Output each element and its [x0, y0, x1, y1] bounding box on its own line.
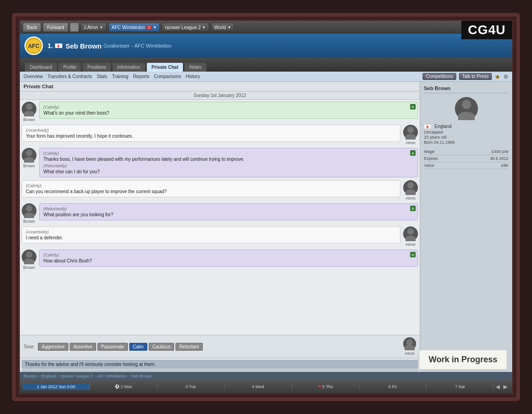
- cal-day-2[interactable]: ⚽ 2 Mon: [90, 384, 157, 390]
- atron-label: Atron: [405, 140, 416, 145]
- cal-day-5[interactable]: ⚑ 5 Thu: [292, 384, 359, 390]
- message-row: Atron (Assertively) Your form has improv…: [22, 125, 418, 145]
- message-row: Brown (Reluctantly) What position are yo…: [22, 203, 418, 224]
- brown-label: Brown: [23, 219, 35, 224]
- breadcrumb-league[interactable]: npower League 2: [60, 374, 93, 378]
- avatar-col-atron: Atron: [403, 226, 418, 247]
- club-badge: AFC: [24, 37, 43, 55]
- back-button[interactable]: Back: [23, 23, 41, 32]
- chat-date: Sunday 1st January 2012: [20, 91, 420, 100]
- message-bubble: (Calmly) What's on your mind then boss? …: [39, 102, 418, 119]
- brown-avatar: [22, 102, 36, 116]
- message-bubble: (Calmly) Thanks boss, I have been please…: [39, 148, 418, 177]
- atron-label: Atron: [405, 242, 416, 247]
- player-position: Goalkeeper: [103, 43, 130, 49]
- manager-dropdown[interactable]: J.Atron ▼: [80, 23, 107, 32]
- atron-response-label: Atron: [403, 351, 416, 356]
- league-dropdown[interactable]: npower League 2 ▼: [162, 23, 209, 32]
- outer-frame: CG4U Back Forward J.Atron ▼ AFC Wimbledo…: [12, 13, 520, 401]
- panel-player-name: Seb Brown: [424, 85, 508, 93]
- right-panel: Seb Brown England Uncapped 22 years old …: [420, 82, 512, 380]
- svg-text:AFC: AFC: [28, 43, 40, 49]
- response-option-1[interactable]: Thanks for the advice and I'll seriously…: [22, 360, 418, 369]
- panel-stats: Wage £400 p/w Expires 30.6.2012 Value £8…: [424, 148, 508, 169]
- cal-next[interactable]: ▶: [502, 384, 509, 390]
- avatar-col-atron: Atron: [403, 180, 418, 201]
- message-bubble: (Calmly) Can you recommend a back-up pla…: [22, 180, 400, 197]
- player-club: - AFC Wimbledon: [132, 43, 171, 49]
- subnav-transfers[interactable]: Transfers & Contracts: [48, 74, 92, 79]
- subnav-stats[interactable]: Stats: [97, 74, 108, 79]
- breadcrumb-europe[interactable]: Europe: [24, 374, 37, 378]
- atron-label: Atron: [405, 196, 416, 201]
- player-number: 1.: [48, 42, 53, 49]
- tone-aggressive[interactable]: Aggressive: [38, 343, 68, 351]
- tone-calm[interactable]: Calm: [129, 343, 147, 351]
- forward-button[interactable]: Forward: [43, 23, 68, 32]
- brown-label: Brown: [23, 164, 35, 168]
- cal-day-6[interactable]: 6 Fri: [359, 384, 427, 390]
- tab-private-chat[interactable]: Private Chat: [146, 62, 183, 72]
- top-bar: Back Forward J.Atron ▼ AFC Wimbledon 1 ▼…: [20, 21, 512, 34]
- message-row: Atron (Assertively) I need a defender.: [22, 226, 418, 247]
- settings-icon[interactable]: ⚙: [503, 73, 508, 80]
- cal-prev[interactable]: ◀: [494, 384, 502, 390]
- message-bubble: (Reluctantly) What position are you look…: [39, 203, 418, 220]
- panel-avatar: [455, 97, 478, 120]
- chat-scroll[interactable]: Brown (Calmly) What's on your mind then …: [20, 100, 420, 335]
- cal-day-3[interactable]: 3 Tue: [157, 384, 224, 390]
- tone-cautious[interactable]: Cautious: [149, 343, 174, 351]
- subnav-overview[interactable]: Overview: [24, 74, 43, 79]
- message-row: Atron (Calmly) Can you recommend a back-…: [22, 180, 418, 201]
- player-nav: Dashboard Profile Positions Information …: [20, 58, 512, 72]
- sub-nav-right: Competitions Talk to Press ★ ⚙: [423, 73, 508, 80]
- message-row: Brown (Calmly) What's on your mind then …: [22, 102, 418, 122]
- message-bubble: (Calmly) How about Chris Bush? A: [39, 250, 418, 267]
- competitions-button[interactable]: Competitions: [423, 73, 456, 80]
- message-row: Brown (Calmly) Thanks boss, I have been …: [22, 148, 418, 177]
- subnav-history[interactable]: History: [186, 74, 200, 79]
- message-row: Brown (Calmly) How about Chris Bush? A: [22, 250, 418, 270]
- tone-label: Tone:: [24, 344, 35, 349]
- atron-avatar: [403, 180, 418, 195]
- breadcrumb-club[interactable]: AFC Wimbledon: [97, 374, 127, 378]
- subnav-reports[interactable]: Reports: [133, 74, 149, 79]
- tab-information[interactable]: Information: [112, 62, 145, 72]
- tab-profile[interactable]: Profile: [58, 62, 81, 72]
- breadcrumb-player[interactable]: Seb Brown: [131, 374, 151, 378]
- tone-bar: Tone: Aggressive Assertive Passionate Ca…: [20, 335, 420, 358]
- brown-label: Brown: [23, 265, 35, 270]
- tone-reluctant[interactable]: Reluctant: [175, 343, 202, 351]
- message-indicator: A: [410, 252, 416, 257]
- club-dropdown[interactable]: AFC Wimbledon 1 ▼: [109, 23, 160, 32]
- cal-day-1[interactable]: 1 Jan 2012 Sun 0:00: [23, 384, 90, 390]
- avatar-col-brown: Brown: [22, 250, 36, 270]
- tone-assertive[interactable]: Assertive: [70, 343, 96, 351]
- main-content: Private Chat Sunday 1st January 2012 Bro…: [20, 82, 512, 380]
- chat-area: Private Chat Sunday 1st January 2012 Bro…: [20, 82, 420, 380]
- tab-positions[interactable]: Positions: [82, 62, 111, 72]
- tab-notes[interactable]: Notes: [184, 62, 206, 72]
- favorite-star[interactable]: ★: [495, 73, 501, 80]
- panel-age: 22 years old: [424, 135, 508, 140]
- breadcrumb-england[interactable]: England: [41, 374, 56, 378]
- tone-passionate[interactable]: Passionate: [97, 343, 127, 351]
- avatar-col-brown: Brown: [22, 203, 36, 224]
- world-dropdown[interactable]: World ▼: [211, 23, 235, 32]
- subnav-comparisons[interactable]: Comparisons: [154, 74, 181, 79]
- panel-wage: Wage £400 p/w: [424, 148, 508, 155]
- avatar-col-brown: Brown: [22, 102, 36, 122]
- avatar-col-atron: Atron: [403, 125, 418, 145]
- talk-to-press-button[interactable]: Talk to Press: [459, 73, 492, 80]
- inner-frame: CG4U Back Forward J.Atron ▼ AFC Wimbledo…: [18, 19, 514, 395]
- brown-avatar: [22, 148, 36, 163]
- tab-dashboard[interactable]: Dashboard: [24, 62, 57, 72]
- cal-day-4[interactable]: 4 Wed: [224, 384, 292, 390]
- cg4u-logo: CG4U: [461, 21, 512, 39]
- message-indicator: A: [410, 206, 416, 211]
- nationality-flag: [55, 43, 62, 48]
- cal-day-7[interactable]: 7 Sat: [426, 384, 494, 390]
- message-indicator: A: [410, 104, 416, 110]
- chat-title: Private Chat: [20, 82, 420, 91]
- subnav-training[interactable]: Training: [112, 74, 128, 79]
